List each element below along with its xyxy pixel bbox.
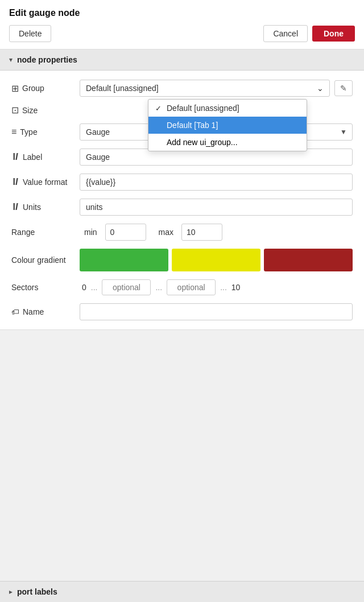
group-current-value: Default [unassigned] bbox=[86, 84, 159, 93]
sectors-dots3: ... bbox=[218, 283, 229, 292]
dropdown-arrow-icon: ⌄ bbox=[317, 84, 324, 93]
sectors-label: Sectors bbox=[11, 283, 80, 292]
resize-icon bbox=[11, 105, 19, 116]
name-row: 🏷 Name bbox=[11, 303, 353, 320]
chevron-down-icon: ▾ bbox=[9, 56, 13, 64]
value-format-row: I Value format bbox=[11, 174, 353, 191]
dropdown-item-default-tab1[interactable]: Default [Tab 1] bbox=[148, 117, 307, 134]
range-max-label: max bbox=[159, 228, 173, 237]
range-row: Range min max bbox=[11, 224, 353, 241]
list-icon bbox=[11, 127, 16, 137]
units-input[interactable] bbox=[80, 199, 353, 216]
text-icon: I bbox=[11, 152, 19, 162]
pencil-icon: ✎ bbox=[340, 84, 347, 93]
group-row: Group Default [unassigned] ⌄ ✓ Default [… bbox=[11, 80, 353, 97]
value-format-input[interactable] bbox=[80, 174, 353, 191]
sectors-dots1: ... bbox=[89, 283, 100, 292]
node-properties-label: node properties bbox=[17, 55, 77, 64]
tag-icon: 🏷 bbox=[11, 307, 19, 316]
group-dropdown[interactable]: Default [unassigned] ⌄ bbox=[80, 80, 330, 97]
sectors-optional2-input[interactable] bbox=[167, 279, 216, 295]
sectors-dots2: ... bbox=[153, 283, 164, 292]
page-title: Edit gauge node bbox=[9, 8, 355, 18]
cancel-button[interactable]: Cancel bbox=[263, 25, 308, 42]
label-label: I Label bbox=[11, 152, 80, 162]
units-label: I Units bbox=[11, 202, 80, 212]
node-properties-section-header[interactable]: ▾ node properties bbox=[0, 50, 364, 71]
dropdown-item-default-unassigned[interactable]: ✓ Default [unassigned] bbox=[148, 100, 307, 117]
header: Edit gauge node Delete Cancel Done bbox=[0, 0, 364, 50]
sectors-optional1-input[interactable] bbox=[102, 279, 151, 295]
colour-swatch-red[interactable] bbox=[264, 249, 353, 271]
colour-swatch-yellow[interactable] bbox=[172, 249, 260, 271]
group-dropdown-overlay: ✓ Default [unassigned] Default [Tab 1] A… bbox=[148, 99, 307, 151]
colour-gradient-label: Colour gradient bbox=[11, 255, 80, 265]
colour-swatch-green[interactable] bbox=[80, 249, 168, 271]
group-label: Group bbox=[11, 83, 80, 94]
type-label: Type bbox=[11, 127, 80, 137]
sectors-start: 0 bbox=[82, 283, 86, 292]
spacer bbox=[0, 330, 364, 581]
chevron-right-icon: ▸ bbox=[9, 588, 13, 596]
grid-icon bbox=[11, 83, 19, 94]
colour-swatches bbox=[80, 249, 353, 271]
sectors-row: Sectors 0 ... ... ... 10 bbox=[11, 279, 353, 295]
node-properties-content: Group Default [unassigned] ⌄ ✓ Default [… bbox=[0, 71, 364, 330]
range-label: Range bbox=[11, 228, 80, 237]
colour-gradient-row: Colour gradient bbox=[11, 249, 353, 271]
delete-button[interactable]: Delete bbox=[9, 25, 51, 42]
range-min-label: min bbox=[84, 228, 97, 237]
group-select-wrapper: Default [unassigned] ⌄ ✓ Default [unassi… bbox=[80, 80, 330, 97]
dropdown-item-add-new[interactable]: Add new ui_group... bbox=[148, 134, 307, 151]
port-labels-label: port labels bbox=[17, 587, 57, 596]
port-labels-section-header[interactable]: ▸ port labels bbox=[0, 581, 364, 602]
value-format-label: I Value format bbox=[11, 177, 80, 187]
done-button[interactable]: Done bbox=[312, 26, 355, 42]
group-edit-button[interactable]: ✎ bbox=[334, 80, 353, 96]
range-min-input[interactable] bbox=[105, 224, 146, 241]
sectors-end: 10 bbox=[231, 283, 241, 292]
size-label: Size bbox=[11, 105, 80, 116]
page-container: Edit gauge node Delete Cancel Done ▾ nod… bbox=[0, 0, 364, 602]
checkmark-icon: ✓ bbox=[155, 104, 163, 113]
text-icon2: I bbox=[11, 177, 19, 187]
name-input[interactable] bbox=[80, 303, 353, 320]
name-label: 🏷 Name bbox=[11, 307, 80, 316]
units-row: I Units bbox=[11, 199, 353, 216]
range-max-input[interactable] bbox=[181, 224, 222, 241]
header-buttons: Delete Cancel Done bbox=[9, 25, 355, 42]
text-icon3: I bbox=[11, 202, 19, 212]
